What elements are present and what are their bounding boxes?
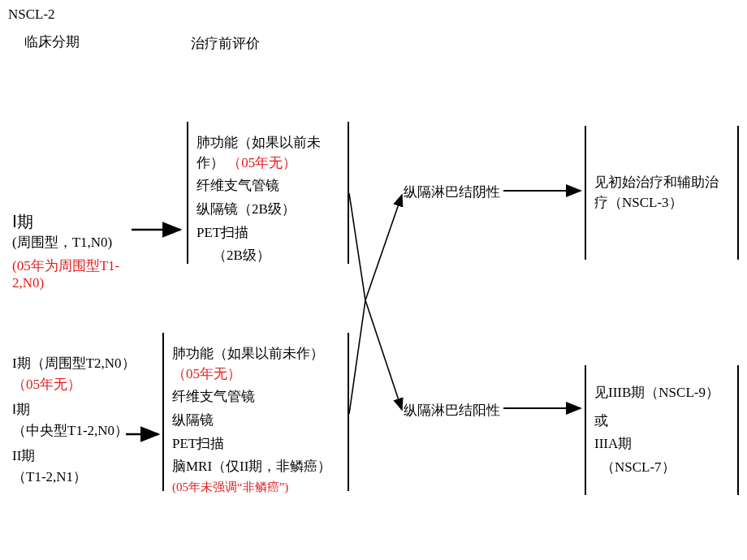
stage-b-1note: （05年无）	[12, 377, 81, 392]
eval-b-l4: PET扫描	[172, 434, 339, 454]
svg-line-5	[365, 300, 402, 410]
stage-b-2a: Ⅰ期	[12, 399, 158, 420]
eval-b-l5: 脑MRI（仅II期，非鳞癌）	[172, 459, 331, 474]
eval-a-l3: 纵隔镜（2B级）	[196, 200, 339, 220]
eval-b-l1: 肺功能（如果以前未作）	[172, 346, 324, 361]
stage-a-note: (05年为周围型T1-2,N0)	[12, 256, 150, 291]
out-a-bracket: 见初始治疗和辅助治疗（NSCL-3）	[585, 126, 739, 260]
out-b-l3: IIIA期	[594, 434, 729, 454]
out-a-l1: 见初始治疗和辅助治疗（NSCL-3）	[594, 173, 729, 213]
eval-b-l5note: (05年未强调“非鳞癌”)	[172, 480, 288, 493]
eval-b-bracket: 肺功能（如果以前未作） （05年无） 纤维支气管镜 纵隔镜 PET扫描 脑MRI…	[162, 333, 349, 491]
out-b-l4: （NSCL-7）	[594, 458, 729, 478]
out-b-l2: 或	[594, 411, 729, 432]
eval-a-l1note: （05年无）	[227, 155, 296, 170]
stage-a-block: Ⅰ期 (周围型，T1,N0) (05年为周围型T1-2,N0)	[12, 211, 150, 291]
stage-b-3a: II期	[12, 446, 158, 467]
col1-title: 临床分期	[24, 32, 80, 51]
page-code: NSCL-2	[8, 6, 55, 23]
svg-line-4	[365, 195, 402, 300]
branch-pos: 纵隔淋巴结阳性	[404, 401, 500, 420]
eval-a-l2: 纤维支气管镜	[196, 176, 339, 196]
out-b-l1: 见IIIB期（NSCL-9）	[594, 383, 729, 403]
eval-b-l1note: （05年无）	[172, 366, 241, 381]
eval-b-l2: 纤维支气管镜	[172, 387, 339, 407]
stage-b-2b: （中央型T1-2,N0）	[12, 420, 158, 442]
svg-line-3	[349, 300, 365, 414]
stage-a-subtitle: (周围型，T1,N0)	[12, 233, 150, 252]
eval-b-l3: 纵隔镜	[172, 411, 339, 431]
stage-b-1a: I期（周围型T2,N0）	[12, 355, 136, 371]
eval-a-l4: PET扫描	[196, 223, 339, 243]
branch-neg: 纵隔淋巴结阴性	[404, 183, 500, 201]
col2-title: 治疗前评价	[191, 34, 260, 53]
eval-a-l5: （2B级）	[196, 246, 339, 266]
svg-line-2	[349, 193, 365, 300]
stage-b-block: I期（周围型T2,N0） （05年无） Ⅰ期 （中央型T1-2,N0） II期 …	[12, 353, 158, 487]
stage-b-3b: （T1-2,N1）	[12, 467, 158, 488]
out-b-bracket: 见IIIB期（NSCL-9） 或 IIIA期 （NSCL-7）	[585, 365, 739, 495]
stage-a-title: Ⅰ期	[12, 211, 150, 233]
eval-a-bracket: 肺功能（如果以前未作） （05年无） 纤维支气管镜 纵隔镜（2B级） PET扫描…	[187, 122, 349, 264]
